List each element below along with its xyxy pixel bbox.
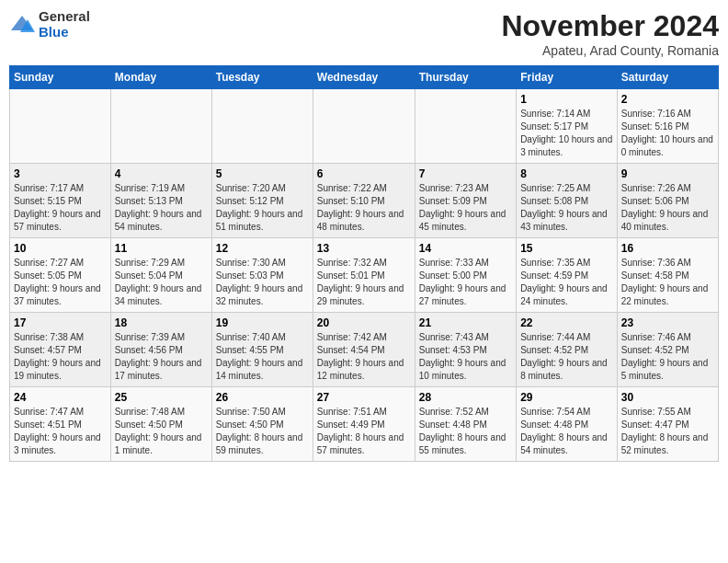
day-number: 29 bbox=[520, 391, 613, 404]
day-info: Sunrise: 7:35 AM Sunset: 4:59 PM Dayligh… bbox=[520, 257, 613, 308]
day-info: Sunrise: 7:39 AM Sunset: 4:56 PM Dayligh… bbox=[115, 331, 208, 383]
day-number: 7 bbox=[419, 167, 512, 180]
day-number: 27 bbox=[317, 391, 411, 404]
day-info: Sunrise: 7:36 AM Sunset: 4:58 PM Dayligh… bbox=[621, 257, 714, 308]
header-cell-friday: Friday bbox=[517, 66, 618, 89]
location: Apateu, Arad County, Romania bbox=[501, 43, 719, 58]
calendar-cell: 14Sunrise: 7:33 AM Sunset: 5:00 PM Dayli… bbox=[415, 238, 516, 313]
day-number: 14 bbox=[419, 242, 512, 255]
day-number: 2 bbox=[621, 93, 714, 106]
day-info: Sunrise: 7:29 AM Sunset: 5:04 PM Dayligh… bbox=[115, 257, 208, 308]
logo: General Blue bbox=[9, 9, 90, 40]
day-info: Sunrise: 7:22 AM Sunset: 5:10 PM Dayligh… bbox=[317, 182, 411, 234]
day-info: Sunrise: 7:38 AM Sunset: 4:57 PM Dayligh… bbox=[14, 331, 107, 383]
calendar-cell bbox=[313, 89, 415, 164]
calendar-cell: 8Sunrise: 7:25 AM Sunset: 5:08 PM Daylig… bbox=[517, 164, 618, 238]
day-info: Sunrise: 7:43 AM Sunset: 4:53 PM Dayligh… bbox=[419, 331, 512, 383]
day-info: Sunrise: 7:19 AM Sunset: 5:13 PM Dayligh… bbox=[115, 182, 208, 234]
day-number: 9 bbox=[621, 167, 714, 180]
calendar-cell bbox=[211, 89, 313, 164]
calendar-cell bbox=[415, 89, 516, 164]
calendar-cell: 21Sunrise: 7:43 AM Sunset: 4:53 PM Dayli… bbox=[415, 313, 516, 387]
calendar-cell: 18Sunrise: 7:39 AM Sunset: 4:56 PM Dayli… bbox=[110, 313, 211, 387]
calendar-cell: 3Sunrise: 7:17 AM Sunset: 5:15 PM Daylig… bbox=[10, 164, 111, 238]
day-number: 30 bbox=[621, 391, 714, 404]
calendar-cell: 17Sunrise: 7:38 AM Sunset: 4:57 PM Dayli… bbox=[10, 313, 111, 387]
day-info: Sunrise: 7:32 AM Sunset: 5:01 PM Dayligh… bbox=[317, 257, 411, 308]
day-number: 23 bbox=[621, 316, 714, 329]
calendar-body: 1Sunrise: 7:14 AM Sunset: 5:17 PM Daylig… bbox=[10, 89, 719, 462]
day-info: Sunrise: 7:50 AM Sunset: 4:50 PM Dayligh… bbox=[216, 406, 309, 457]
day-info: Sunrise: 7:33 AM Sunset: 5:00 PM Dayligh… bbox=[419, 257, 512, 308]
calendar-cell: 12Sunrise: 7:30 AM Sunset: 5:03 PM Dayli… bbox=[211, 238, 313, 313]
day-info: Sunrise: 7:23 AM Sunset: 5:09 PM Dayligh… bbox=[419, 182, 512, 234]
calendar-cell: 24Sunrise: 7:47 AM Sunset: 4:51 PM Dayli… bbox=[10, 387, 111, 462]
day-info: Sunrise: 7:27 AM Sunset: 5:05 PM Dayligh… bbox=[14, 257, 107, 308]
calendar-cell: 26Sunrise: 7:50 AM Sunset: 4:50 PM Dayli… bbox=[211, 387, 313, 462]
calendar-cell bbox=[110, 89, 211, 164]
day-number: 28 bbox=[419, 391, 512, 404]
calendar-cell: 5Sunrise: 7:20 AM Sunset: 5:12 PM Daylig… bbox=[211, 164, 313, 238]
header-cell-sunday: Sunday bbox=[10, 66, 111, 89]
calendar-cell: 13Sunrise: 7:32 AM Sunset: 5:01 PM Dayli… bbox=[313, 238, 415, 313]
header-cell-saturday: Saturday bbox=[617, 66, 718, 89]
day-number: 13 bbox=[317, 242, 411, 255]
day-number: 19 bbox=[216, 316, 309, 329]
day-info: Sunrise: 7:54 AM Sunset: 4:48 PM Dayligh… bbox=[520, 406, 613, 457]
day-number: 15 bbox=[520, 242, 613, 255]
calendar-cell: 29Sunrise: 7:54 AM Sunset: 4:48 PM Dayli… bbox=[517, 387, 618, 462]
logo-general: General bbox=[39, 9, 90, 25]
calendar-table: SundayMondayTuesdayWednesdayThursdayFrid… bbox=[9, 65, 719, 462]
calendar-cell: 15Sunrise: 7:35 AM Sunset: 4:59 PM Dayli… bbox=[517, 238, 618, 313]
day-number: 4 bbox=[115, 167, 208, 180]
calendar-week-5: 24Sunrise: 7:47 AM Sunset: 4:51 PM Dayli… bbox=[10, 387, 719, 462]
day-number: 11 bbox=[115, 242, 208, 255]
day-number: 6 bbox=[317, 167, 411, 180]
day-info: Sunrise: 7:44 AM Sunset: 4:52 PM Dayligh… bbox=[520, 331, 613, 383]
day-info: Sunrise: 7:48 AM Sunset: 4:50 PM Dayligh… bbox=[115, 406, 208, 457]
day-info: Sunrise: 7:30 AM Sunset: 5:03 PM Dayligh… bbox=[216, 257, 309, 308]
calendar-week-4: 17Sunrise: 7:38 AM Sunset: 4:57 PM Dayli… bbox=[10, 313, 719, 387]
header-cell-thursday: Thursday bbox=[415, 66, 516, 89]
day-number: 1 bbox=[520, 93, 613, 106]
day-info: Sunrise: 7:42 AM Sunset: 4:54 PM Dayligh… bbox=[317, 331, 411, 383]
month-title: November 2024 bbox=[501, 9, 719, 43]
day-info: Sunrise: 7:14 AM Sunset: 5:17 PM Dayligh… bbox=[520, 108, 613, 159]
calendar-cell: 10Sunrise: 7:27 AM Sunset: 5:05 PM Dayli… bbox=[10, 238, 111, 313]
page-header: General Blue November 2024 Apateu, Arad … bbox=[9, 9, 719, 58]
day-number: 24 bbox=[14, 391, 107, 404]
day-number: 8 bbox=[520, 167, 613, 180]
calendar-week-2: 3Sunrise: 7:17 AM Sunset: 5:15 PM Daylig… bbox=[10, 164, 719, 238]
calendar-cell: 6Sunrise: 7:22 AM Sunset: 5:10 PM Daylig… bbox=[313, 164, 415, 238]
day-number: 26 bbox=[216, 391, 309, 404]
calendar-week-1: 1Sunrise: 7:14 AM Sunset: 5:17 PM Daylig… bbox=[10, 89, 719, 164]
calendar-week-3: 10Sunrise: 7:27 AM Sunset: 5:05 PM Dayli… bbox=[10, 238, 719, 313]
day-number: 18 bbox=[115, 316, 208, 329]
header-cell-monday: Monday bbox=[110, 66, 211, 89]
calendar-cell: 16Sunrise: 7:36 AM Sunset: 4:58 PM Dayli… bbox=[617, 238, 718, 313]
calendar-cell: 27Sunrise: 7:51 AM Sunset: 4:49 PM Dayli… bbox=[313, 387, 415, 462]
day-info: Sunrise: 7:25 AM Sunset: 5:08 PM Dayligh… bbox=[520, 182, 613, 234]
day-number: 17 bbox=[14, 316, 107, 329]
day-info: Sunrise: 7:55 AM Sunset: 4:47 PM Dayligh… bbox=[621, 406, 714, 457]
logo-icon bbox=[9, 12, 35, 38]
day-info: Sunrise: 7:40 AM Sunset: 4:55 PM Dayligh… bbox=[216, 331, 309, 383]
calendar-cell: 2Sunrise: 7:16 AM Sunset: 5:16 PM Daylig… bbox=[617, 89, 718, 164]
calendar-cell: 20Sunrise: 7:42 AM Sunset: 4:54 PM Dayli… bbox=[313, 313, 415, 387]
calendar-cell bbox=[10, 89, 111, 164]
day-number: 10 bbox=[14, 242, 107, 255]
day-info: Sunrise: 7:52 AM Sunset: 4:48 PM Dayligh… bbox=[419, 406, 512, 457]
calendar-cell: 19Sunrise: 7:40 AM Sunset: 4:55 PM Dayli… bbox=[211, 313, 313, 387]
calendar-cell: 1Sunrise: 7:14 AM Sunset: 5:17 PM Daylig… bbox=[517, 89, 618, 164]
day-info: Sunrise: 7:20 AM Sunset: 5:12 PM Dayligh… bbox=[216, 182, 309, 234]
calendar-cell: 9Sunrise: 7:26 AM Sunset: 5:06 PM Daylig… bbox=[617, 164, 718, 238]
calendar-cell: 30Sunrise: 7:55 AM Sunset: 4:47 PM Dayli… bbox=[617, 387, 718, 462]
day-number: 16 bbox=[621, 242, 714, 255]
header-cell-tuesday: Tuesday bbox=[211, 66, 313, 89]
day-number: 3 bbox=[14, 167, 107, 180]
day-number: 20 bbox=[317, 316, 411, 329]
calendar-cell: 25Sunrise: 7:48 AM Sunset: 4:50 PM Dayli… bbox=[110, 387, 211, 462]
day-info: Sunrise: 7:47 AM Sunset: 4:51 PM Dayligh… bbox=[14, 406, 107, 457]
day-info: Sunrise: 7:26 AM Sunset: 5:06 PM Dayligh… bbox=[621, 182, 714, 234]
logo-text: General Blue bbox=[39, 9, 90, 40]
